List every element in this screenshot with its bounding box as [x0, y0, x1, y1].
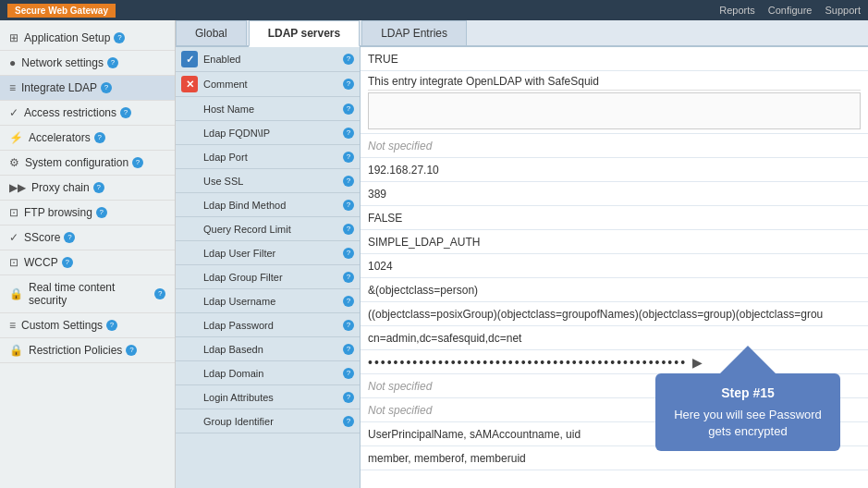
sidebar-item-sscore[interactable]: ✓ SScore ? [0, 226, 175, 250]
restriction-policies-icon: 🔒 [9, 344, 23, 357]
nav-configure[interactable]: Configure [768, 5, 813, 16]
help-icon-ldap-basedn[interactable]: ? [343, 344, 354, 355]
help-icon-7[interactable]: ? [96, 207, 107, 218]
field-label-ldap-group-filter: Ldap Group Filter [203, 272, 339, 283]
sidebar-item-network-settings[interactable]: ● Network settings ? [0, 51, 175, 76]
help-icon-ldap-bind-method[interactable]: ? [343, 200, 354, 211]
help-icon-group-identifier[interactable]: ? [343, 416, 354, 427]
main-panel: Global LDAP servers LDAP Entries ✓ Enabl… [176, 20, 868, 488]
tab-ldap-entries[interactable]: LDAP Entries [361, 20, 467, 45]
system-configuration-icon: ⚙ [9, 156, 19, 169]
sidebar-item-label: Real time content security [29, 281, 151, 307]
sidebar-item-integrate-ldap[interactable]: ≡ Integrate LDAP ? [0, 76, 175, 101]
callout-text: Here you will see Password gets encrypte… [670, 407, 825, 440]
help-icon-6[interactable]: ? [93, 182, 104, 193]
help-icon-ldap-password[interactable]: ? [343, 320, 354, 331]
sscore-icon: ✓ [9, 231, 18, 244]
help-icon-host-name[interactable]: ? [343, 104, 354, 115]
help-icon-ldap-fqdn-ip[interactable]: ? [343, 128, 354, 139]
wccp-icon: ⊡ [9, 256, 18, 269]
sidebar-item-access-restrictions[interactable]: ✓ Access restrictions ? [0, 101, 175, 126]
top-bar: Secure Web Gateway Reports Configure Sup… [0, 0, 868, 20]
field-query-record-limit: Query Record Limit ? [176, 217, 360, 241]
field-group-identifier: Group Identifier ? [176, 409, 360, 433]
field-status-comment: ✕ [181, 76, 198, 92]
field-status-enabled: ✓ [181, 51, 198, 67]
help-icon-12[interactable]: ? [126, 345, 137, 356]
field-label-ldap-fqdn-ip: Ldap FQDN\IP [203, 128, 339, 139]
fields-panel: ✓ Enabled ? ✕ Comment ? Host Name ? Ldap… [176, 47, 361, 488]
field-label-ldap-password: Ldap Password [203, 320, 339, 331]
field-label-ldap-basedn: Ldap Basedn [203, 344, 339, 355]
tabs: Global LDAP servers LDAP Entries [176, 20, 868, 47]
sidebar-item-wccp[interactable]: ⊡ WCCP ? [0, 250, 175, 275]
help-icon-11[interactable]: ? [106, 320, 117, 331]
help-icon-5[interactable]: ? [132, 157, 143, 168]
sidebar-item-system-configuration[interactable]: ⚙ System configuration ? [0, 151, 175, 176]
value-query-record-limit-text: 1024 [368, 260, 393, 273]
sidebar-item-label: System configuration [25, 156, 128, 169]
field-enabled: ✓ Enabled ? [176, 47, 360, 72]
value-comment-textarea[interactable] [368, 92, 861, 129]
help-icon-3[interactable]: ? [120, 107, 131, 118]
value-comment-text: This entry integrate OpenLDAP with SafeS… [368, 75, 599, 88]
value-ldap-port-text: 389 [368, 188, 386, 201]
sidebar-item-label: WCCP [24, 256, 58, 269]
access-restrictions-icon: ✓ [9, 106, 18, 119]
sidebar-item-label: Access restrictions [24, 106, 116, 119]
sidebar-item-label: Accelerators [29, 131, 91, 144]
nav-reports[interactable]: Reports [719, 5, 755, 16]
sidebar-item-ftp-browsing[interactable]: ⊡ FTP browsing ? [0, 201, 175, 226]
nav-support[interactable]: Support [825, 5, 861, 16]
tab-ldap-servers[interactable]: LDAP servers [249, 20, 361, 47]
help-icon-query-record-limit[interactable]: ? [343, 224, 354, 235]
tab-global[interactable]: Global [176, 20, 247, 45]
help-icon-10[interactable]: ? [154, 288, 165, 299]
sidebar-item-real-time-content-security[interactable]: 🔒 Real time content security ? [0, 275, 175, 313]
value-ldap-fqdn-ip: 192.168.27.10 [361, 158, 868, 182]
help-icon-ldap-group-filter[interactable]: ? [343, 272, 354, 283]
values-panel: TRUE This entry integrate OpenLDAP with … [361, 47, 868, 488]
value-ldap-port: 389 [361, 182, 868, 206]
layout: ⊞ Application Setup ? ● Network settings… [0, 20, 868, 488]
help-icon-login-attributes[interactable]: ? [343, 392, 354, 403]
sidebar-item-label: FTP browsing [24, 206, 92, 219]
help-icon-ldap-user-filter[interactable]: ? [343, 248, 354, 259]
help-icon-0[interactable]: ? [114, 32, 125, 43]
value-enabled-text: TRUE [368, 53, 398, 66]
help-icon-2[interactable]: ? [101, 82, 112, 93]
help-icon-use-ssl[interactable]: ? [343, 176, 354, 187]
value-ldap-username-text: cn=admin,dc=safesquid,dc=net [368, 332, 521, 345]
field-label-host-name: Host Name [203, 104, 339, 115]
field-label-use-ssl: Use SSL [203, 176, 339, 187]
sidebar-item-accelerators[interactable]: ⚡ Accelerators ? [0, 126, 175, 151]
value-ldap-password-text: ••••••••••••••••••••••••••••••••••••••••… [368, 355, 687, 370]
sidebar-item-proxy-chain[interactable]: ▶▶ Proxy chain ? [0, 176, 175, 201]
help-icon-enabled[interactable]: ? [343, 54, 354, 65]
value-ldap-password: ••••••••••••••••••••••••••••••••••••••••… [361, 350, 868, 374]
sidebar-item-application-setup[interactable]: ⊞ Application Setup ? [0, 26, 175, 51]
send-password-icon[interactable]: ▶ [692, 355, 703, 370]
field-host-name: Host Name ? [176, 97, 360, 121]
field-label-ldap-domain: Ldap Domain [203, 368, 339, 379]
help-icon-4[interactable]: ? [94, 132, 105, 143]
sidebar-item-label: Proxy chain [31, 181, 90, 194]
callout-step: Step #15 [670, 384, 825, 403]
sidebar-item-custom-settings[interactable]: ≡ Custom Settings ? [0, 313, 175, 338]
network-settings-icon: ● [9, 56, 16, 69]
field-ldap-group-filter: Ldap Group Filter ? [176, 265, 360, 289]
sidebar-item-label: Restriction Policies [29, 344, 122, 357]
sidebar-item-label: Custom Settings [21, 319, 103, 332]
help-icon-comment[interactable]: ? [343, 79, 354, 90]
value-ldap-basedn-text: Not specified [368, 380, 432, 393]
top-nav: Reports Configure Support [719, 5, 861, 16]
help-icon-9[interactable]: ? [62, 257, 73, 268]
help-icon-8[interactable]: ? [64, 232, 75, 243]
value-ldap-username: cn=admin,dc=safesquid,dc=net [361, 326, 868, 350]
help-icon-1[interactable]: ? [107, 57, 118, 68]
sidebar: ⊞ Application Setup ? ● Network settings… [0, 20, 176, 488]
sidebar-item-restriction-policies[interactable]: 🔒 Restriction Policies ? [0, 338, 175, 363]
help-icon-ldap-port[interactable]: ? [343, 152, 354, 163]
help-icon-ldap-username[interactable]: ? [343, 296, 354, 307]
help-icon-ldap-domain[interactable]: ? [343, 368, 354, 379]
